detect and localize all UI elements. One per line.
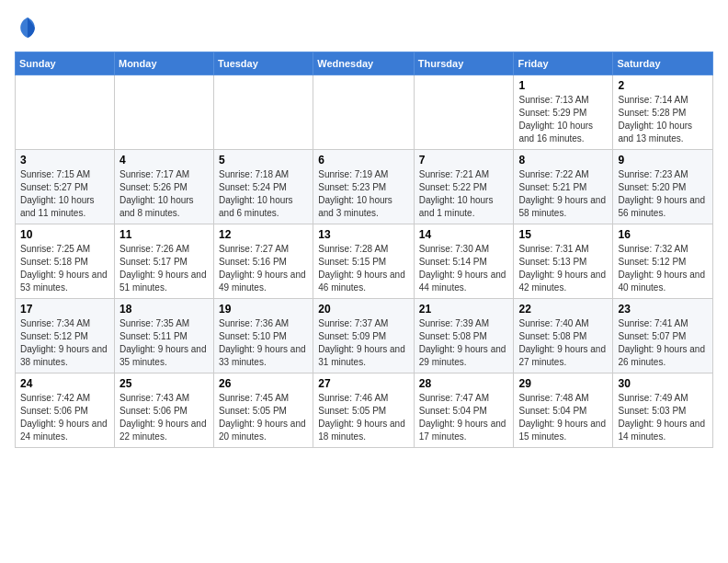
day-number: 5 [219,154,308,167]
day-info: Sunrise: 7:36 AMSunset: 5:10 PMDaylight:… [219,317,308,369]
weekday-header-sunday: Sunday [16,52,115,75]
calendar-cell: 30Sunrise: 7:49 AMSunset: 5:03 PMDayligh… [613,373,713,448]
calendar-cell [214,75,313,150]
day-info: Sunrise: 7:26 AMSunset: 5:17 PMDaylight:… [119,243,209,294]
calendar-cell: 21Sunrise: 7:39 AMSunset: 5:08 PMDayligh… [414,299,514,373]
weekday-header-thursday: Thursday [414,52,514,75]
calendar-cell: 15Sunrise: 7:31 AMSunset: 5:13 PMDayligh… [514,224,613,299]
day-number: 19 [219,303,308,316]
calendar-cell: 13Sunrise: 7:28 AMSunset: 5:15 PMDayligh… [313,224,415,299]
day-info: Sunrise: 7:18 AMSunset: 5:24 PMDaylight:… [219,168,308,220]
day-info: Sunrise: 7:15 AMSunset: 5:27 PMDaylight:… [20,168,109,220]
day-info: Sunrise: 7:13 AMSunset: 5:29 PMDaylight:… [518,94,608,145]
day-info: Sunrise: 7:19 AMSunset: 5:23 PMDaylight:… [318,168,409,220]
calendar-cell: 19Sunrise: 7:36 AMSunset: 5:10 PMDayligh… [214,299,313,373]
day-number: 21 [419,303,509,316]
calendar-cell [16,75,115,150]
calendar-cell [313,75,415,150]
calendar-cell: 7Sunrise: 7:21 AMSunset: 5:22 PMDaylight… [414,150,514,224]
calendar-cell: 20Sunrise: 7:37 AMSunset: 5:09 PMDayligh… [313,299,415,373]
weekday-header-saturday: Saturday [613,52,713,75]
weekday-header-tuesday: Tuesday [214,52,313,75]
day-info: Sunrise: 7:32 AMSunset: 5:12 PMDaylight:… [618,243,708,294]
calendar-cell: 28Sunrise: 7:47 AMSunset: 5:04 PMDayligh… [414,373,514,448]
page-header [15,15,713,40]
calendar-cell: 22Sunrise: 7:40 AMSunset: 5:08 PMDayligh… [514,299,613,373]
day-info: Sunrise: 7:28 AMSunset: 5:15 PMDaylight:… [318,243,409,294]
calendar-cell: 3Sunrise: 7:15 AMSunset: 5:27 PMDaylight… [16,150,115,224]
day-number: 8 [518,154,608,167]
day-number: 26 [219,377,308,390]
calendar-cell: 24Sunrise: 7:42 AMSunset: 5:06 PMDayligh… [16,373,115,448]
weekday-header-monday: Monday [114,52,213,75]
day-number: 2 [618,79,708,92]
day-number: 15 [518,228,608,241]
day-number: 1 [518,79,608,92]
day-info: Sunrise: 7:35 AMSunset: 5:11 PMDaylight:… [119,317,209,369]
day-number: 29 [518,377,608,390]
day-info: Sunrise: 7:41 AMSunset: 5:07 PMDaylight:… [618,317,708,369]
calendar-cell [414,75,514,150]
day-number: 25 [119,377,209,390]
day-info: Sunrise: 7:40 AMSunset: 5:08 PMDaylight:… [518,317,608,369]
calendar-cell: 17Sunrise: 7:34 AMSunset: 5:12 PMDayligh… [16,299,115,373]
calendar-cell: 1Sunrise: 7:13 AMSunset: 5:29 PMDaylight… [514,75,613,150]
calendar-cell: 29Sunrise: 7:48 AMSunset: 5:04 PMDayligh… [514,373,613,448]
day-info: Sunrise: 7:37 AMSunset: 5:09 PMDaylight:… [318,317,409,369]
calendar-cell: 12Sunrise: 7:27 AMSunset: 5:16 PMDayligh… [214,224,313,299]
logo [15,15,44,40]
day-number: 17 [20,303,109,316]
day-number: 12 [219,228,308,241]
day-info: Sunrise: 7:31 AMSunset: 5:13 PMDaylight:… [518,243,608,294]
day-info: Sunrise: 7:48 AMSunset: 5:04 PMDaylight:… [518,392,608,443]
weekday-header-wednesday: Wednesday [313,52,415,75]
day-number: 28 [419,377,509,390]
calendar-cell: 4Sunrise: 7:17 AMSunset: 5:26 PMDaylight… [114,150,213,224]
day-number: 24 [20,377,109,390]
day-number: 11 [119,228,209,241]
day-number: 30 [618,377,708,390]
day-info: Sunrise: 7:23 AMSunset: 5:20 PMDaylight:… [618,168,708,220]
day-number: 16 [618,228,708,241]
day-number: 3 [20,154,109,167]
day-number: 9 [618,154,708,167]
weekday-header-friday: Friday [514,52,613,75]
day-number: 6 [318,154,409,167]
calendar-cell: 25Sunrise: 7:43 AMSunset: 5:06 PMDayligh… [114,373,213,448]
day-info: Sunrise: 7:42 AMSunset: 5:06 PMDaylight:… [20,392,109,443]
calendar-cell: 8Sunrise: 7:22 AMSunset: 5:21 PMDaylight… [514,150,613,224]
calendar-cell: 16Sunrise: 7:32 AMSunset: 5:12 PMDayligh… [613,224,713,299]
calendar-cell: 26Sunrise: 7:45 AMSunset: 5:05 PMDayligh… [214,373,313,448]
day-info: Sunrise: 7:43 AMSunset: 5:06 PMDaylight:… [119,392,209,443]
day-number: 20 [318,303,409,316]
calendar-cell: 23Sunrise: 7:41 AMSunset: 5:07 PMDayligh… [613,299,713,373]
day-info: Sunrise: 7:21 AMSunset: 5:22 PMDaylight:… [419,168,509,220]
day-number: 22 [518,303,608,316]
day-info: Sunrise: 7:22 AMSunset: 5:21 PMDaylight:… [518,168,608,220]
day-info: Sunrise: 7:49 AMSunset: 5:03 PMDaylight:… [618,392,708,443]
day-number: 27 [318,377,409,390]
day-number: 13 [318,228,409,241]
day-number: 7 [419,154,509,167]
logo-icon [15,15,40,40]
day-info: Sunrise: 7:39 AMSunset: 5:08 PMDaylight:… [419,317,509,369]
day-info: Sunrise: 7:14 AMSunset: 5:28 PMDaylight:… [618,94,708,145]
day-number: 18 [119,303,209,316]
calendar-cell: 14Sunrise: 7:30 AMSunset: 5:14 PMDayligh… [414,224,514,299]
calendar-cell: 5Sunrise: 7:18 AMSunset: 5:24 PMDaylight… [214,150,313,224]
day-info: Sunrise: 7:27 AMSunset: 5:16 PMDaylight:… [219,243,308,294]
day-number: 4 [119,154,209,167]
calendar-table: SundayMondayTuesdayWednesdayThursdayFrid… [15,52,713,448]
calendar-cell: 6Sunrise: 7:19 AMSunset: 5:23 PMDaylight… [313,150,415,224]
day-info: Sunrise: 7:34 AMSunset: 5:12 PMDaylight:… [20,317,109,369]
calendar-cell: 18Sunrise: 7:35 AMSunset: 5:11 PMDayligh… [114,299,213,373]
day-info: Sunrise: 7:47 AMSunset: 5:04 PMDaylight:… [419,392,509,443]
day-info: Sunrise: 7:45 AMSunset: 5:05 PMDaylight:… [219,392,308,443]
calendar-cell: 27Sunrise: 7:46 AMSunset: 5:05 PMDayligh… [313,373,415,448]
day-info: Sunrise: 7:25 AMSunset: 5:18 PMDaylight:… [20,243,109,294]
day-number: 23 [618,303,708,316]
day-number: 10 [20,228,109,241]
day-info: Sunrise: 7:17 AMSunset: 5:26 PMDaylight:… [119,168,209,220]
calendar-cell: 9Sunrise: 7:23 AMSunset: 5:20 PMDaylight… [613,150,713,224]
day-info: Sunrise: 7:30 AMSunset: 5:14 PMDaylight:… [419,243,509,294]
